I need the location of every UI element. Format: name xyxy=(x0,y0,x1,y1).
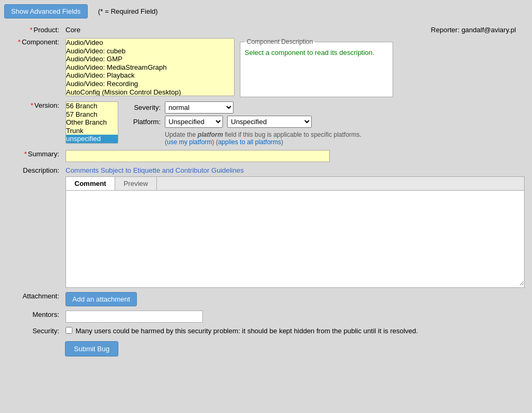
security-row: Security: Many users could be harmed by … xyxy=(4,325,528,337)
required-note: (* = Required Field) xyxy=(98,7,158,15)
attachment-row: Attachment: Add an attachment xyxy=(4,290,528,308)
platform-note-text2: field if this bug is applicable to speci… xyxy=(223,131,361,138)
description-textarea[interactable] xyxy=(66,191,524,286)
component-description-text: Select a component to read its descripti… xyxy=(245,49,375,57)
component-description-legend: Component Description xyxy=(245,38,315,45)
product-row: *Product: Core Reporter: gandalf@aviary.… xyxy=(4,24,528,36)
platform-note-text1: Update the xyxy=(165,131,198,138)
version-option-other: Other Branch xyxy=(66,118,118,127)
tabs-header: Comment Preview xyxy=(66,177,524,191)
component-select[interactable]: Audio/Video Audio/Video: cubeb Audio/Vid… xyxy=(66,38,235,96)
summary-label-cell: *Summary: xyxy=(4,148,62,164)
severity-select[interactable]: normal critical major minor trivial enha… xyxy=(165,101,234,114)
version-label-cell: *Version: xyxy=(4,99,62,148)
tab-comment-button[interactable]: Comment xyxy=(66,177,115,190)
reporter-label: Reporter: xyxy=(431,26,460,34)
platform-select1[interactable]: Unspecified All ARM x86 x86_64 xyxy=(165,116,223,128)
platform-row: Platform: Unspecified All ARM x86 x86_64… xyxy=(124,116,361,128)
applies-to-all-link[interactable]: applies to all platforms xyxy=(218,138,281,146)
mentors-label: Mentors: xyxy=(32,311,59,318)
security-field-cell: Many users could be harmed by this secur… xyxy=(62,325,528,337)
component-field-cell: Audio/Video Audio/Video: cubeb Audio/Vid… xyxy=(62,36,428,99)
platform-links-close: ) xyxy=(281,138,283,146)
product-required: * xyxy=(30,26,33,34)
security-label: Security: xyxy=(32,327,59,335)
description-row: Description: Comments Subject to Etiquet… xyxy=(4,164,528,290)
component-option: Audio/Video: cubeb xyxy=(66,47,234,55)
version-option-unspecified: unspecified xyxy=(66,135,118,143)
severity-row: Severity: normal critical major minor tr… xyxy=(124,101,361,114)
security-checkbox[interactable] xyxy=(66,327,72,334)
version-input-row: 56 Branch 57 Branch Other Branch Trunk u… xyxy=(66,101,425,146)
component-label-cell: *Component: xyxy=(4,36,62,99)
summary-row: *Summary: xyxy=(4,148,528,164)
use-my-platform-link[interactable]: use my platform xyxy=(167,138,212,146)
description-note: Comments Subject to Etiquette and Contri… xyxy=(66,166,525,174)
version-required: * xyxy=(31,101,33,109)
reporter-value: gandalf@aviary.pl xyxy=(461,26,516,34)
mentors-field-cell xyxy=(62,308,528,325)
version-select[interactable]: 56 Branch 57 Branch Other Branch Trunk u… xyxy=(66,101,118,144)
component-description-fieldset: Component Description Select a component… xyxy=(240,38,393,97)
submit-button[interactable]: Submit Bug xyxy=(65,341,118,356)
product-label-cell: *Product: xyxy=(4,24,62,36)
version-row: *Version: 56 Branch 57 Branch Other Bran… xyxy=(4,99,528,148)
form-table: *Product: Core Reporter: gandalf@aviary.… xyxy=(4,24,528,337)
mentors-row: Mentors: xyxy=(4,308,528,325)
security-checkbox-row: Many users could be harmed by this secur… xyxy=(66,327,525,335)
component-input-row: Audio/Video Audio/Video: cubeb Audio/Vid… xyxy=(66,38,425,97)
security-label-cell: Security: xyxy=(4,325,62,337)
version-label: Version: xyxy=(34,101,59,109)
platform-italic: platform xyxy=(198,131,223,138)
summary-field-cell xyxy=(62,148,528,164)
component-option: AutoConfig (Mission Control Desktop) xyxy=(66,88,234,96)
description-label-cell: Description: xyxy=(4,164,62,290)
component-label: Component: xyxy=(22,38,59,46)
component-option: Audio/Video: MediaStreamGraph xyxy=(66,63,234,72)
description-field-cell: Comments Subject to Etiquette and Contri… xyxy=(62,164,528,290)
component-option: Audio/Video xyxy=(66,39,234,47)
tabs-container: Comment Preview xyxy=(66,176,525,288)
component-option: Audio/Video: Playback xyxy=(66,71,234,80)
severity-label: Severity: xyxy=(124,104,161,111)
top-bar: Show Advanced Fields (* = Required Field… xyxy=(4,4,528,18)
component-option: Audio/Video: Recording xyxy=(66,80,234,88)
component-row: *Component: Audio/Video Audio/Video: cub… xyxy=(4,36,528,99)
mentors-label-cell: Mentors: xyxy=(4,308,62,325)
version-option-56: 56 Branch xyxy=(66,102,118,110)
platform-label: Platform: xyxy=(124,118,161,126)
tab-preview-button[interactable]: Preview xyxy=(115,177,157,190)
product-field-cell: Core xyxy=(62,24,428,36)
version-option-trunk: Trunk xyxy=(66,127,118,135)
add-attachment-button[interactable]: Add an attachment xyxy=(66,292,137,306)
version-field-cell: 56 Branch 57 Branch Other Branch Trunk u… xyxy=(62,99,428,148)
component-option: Audio/Video: GMP xyxy=(66,55,234,63)
platform-select2[interactable]: Unspecified All Linux Mac OS X Windows X… xyxy=(227,116,312,128)
severity-platform-block: Severity: normal critical major minor tr… xyxy=(124,101,361,146)
attachment-label: Attachment: xyxy=(23,292,59,300)
version-option-57: 57 Branch xyxy=(66,110,118,119)
summary-label: Summary: xyxy=(28,150,59,158)
attachment-label-cell: Attachment: xyxy=(4,290,62,308)
mentors-input[interactable] xyxy=(66,311,203,323)
product-value: Core xyxy=(66,23,80,34)
platform-note: Update the platform field if this bug is… xyxy=(165,131,361,146)
component-required: * xyxy=(18,38,21,46)
platform-links-sep: ) ( xyxy=(212,138,218,146)
summary-input[interactable] xyxy=(66,150,330,162)
product-label: Product: xyxy=(34,26,59,34)
security-text: Many users could be harmed by this secur… xyxy=(76,327,418,335)
show-advanced-button[interactable]: Show Advanced Fields xyxy=(4,4,88,18)
attachment-field-cell: Add an attachment xyxy=(62,290,528,308)
description-label: Description: xyxy=(23,166,59,174)
reporter-cell: Reporter: gandalf@aviary.pl xyxy=(428,24,528,36)
summary-required: * xyxy=(24,150,27,158)
